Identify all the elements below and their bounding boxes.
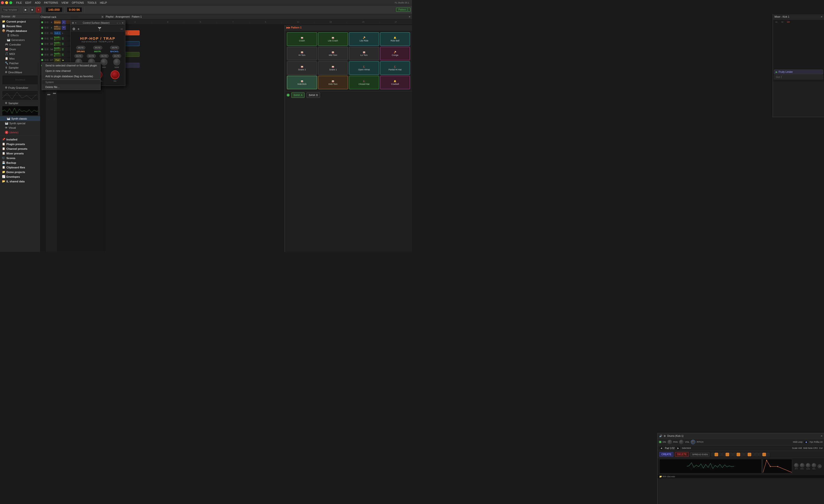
ch-name-sub1[interactable]: Sub 1 [54,31,61,35]
drum-pad-cowbell[interactable]: 🔔 Cowbell [380,76,410,89]
sidebar-item-sampler[interactable]: 🎙 Sampler [0,66,40,70]
ch-seq-add-drums[interactable]: ≡ [62,26,66,30]
menu-help[interactable]: HELP [98,1,108,5]
menu-edit[interactable]: EDIT [24,1,33,5]
cs-mute-backg[interactable]: MUTE [110,46,119,49]
ch-seq-drums[interactable]: ≡ [62,20,66,24]
ch-btn-6[interactable] [46,32,48,34]
ch-btn-15[interactable] [44,59,46,61]
sidebar-item-mixer-presets[interactable]: 📋 Mixer presets [0,151,40,156]
ch-btn-2[interactable] [46,21,48,23]
sidebar-item-misc[interactable]: 📋 Misc [0,56,40,61]
cs-knob-mid[interactable] [101,58,107,66]
sidebar-item-demo[interactable]: 📁 Demo projects [0,170,40,174]
sidebar-item-delete[interactable]: ✕ (delete) [0,130,40,135]
sidebar-item-plugin-presets[interactable]: 📋 Plugin presets [0,142,40,146]
ch-btn-3[interactable] [44,27,46,29]
pattern-select[interactable]: Pattern 1 [396,8,411,12]
ch-btn-16[interactable] [46,59,48,61]
ch-name-pad[interactable]: Pad [54,58,61,62]
record-button[interactable]: ● [36,7,41,12]
ctx-item-delete-file[interactable]: Delete file... [42,84,100,90]
stop-button[interactable]: ■ [29,7,35,12]
ch-btn-9[interactable] [44,43,46,45]
ch-btn-7[interactable] [44,37,46,39]
sidebar-item-clipboard[interactable]: 📋 Clipboard files [0,165,40,170]
cs-knob-sg[interactable] [111,71,119,79]
ch-name-add-drums[interactable]: Add. Drums [54,26,61,30]
sidebar-item-midi[interactable]: 🎵 MIDI [0,51,40,56]
sidebar-item-synth-special[interactable]: 🎹 Synth special [0,121,40,126]
drum-pad-conga[interactable]: 🪘 Conga [380,47,410,60]
strip-fader-2[interactable] [53,93,56,94]
cs-settings-icon[interactable]: ⚙ [72,27,76,31]
drum-pad-lo-tom[interactable]: 🥁 Lo Tom [349,47,379,60]
sidebar-item-current-project[interactable]: 📁 Current project [0,19,40,24]
strip-fader-1[interactable] [47,94,50,95]
drum-pad-crash[interactable]: 🥁 Crash [287,32,317,46]
channel-rack-close[interactable]: ✕ [101,15,104,19]
sidebar-item-scores[interactable]: 🎼 Scores [0,156,40,160]
ctx-item-send[interactable]: Send to selected channel or focused plug… [42,63,100,68]
drum-pad-lite-crash[interactable]: 🥁 Lite Crash [318,32,348,46]
bpm-display[interactable]: 140.000 [45,7,63,12]
sidebar-item-generators[interactable]: 🎹 Generators [0,37,40,42]
menu-tools[interactable]: TOOLS [86,1,98,5]
mixer-strip-1[interactable]: Mix [46,77,51,252]
drum-pad-partial-hihat[interactable]: 🎩 Partial Hi Hat [380,61,410,75]
ch-btn-5[interactable] [44,32,46,34]
sidebar-item-sampler2[interactable]: ⚙ Sampler [0,101,40,105]
sidebar-item-effects[interactable]: 🎛 Effects [0,33,40,37]
drum-pad-lite-ride[interactable]: 🪘 Lite Ride [349,32,379,46]
ch-btn-12[interactable] [46,48,48,50]
sidebar-item-backup[interactable]: 💾 Backup [0,160,40,165]
sidebar-item-drum[interactable]: 🥁 Drum [0,47,40,51]
minimize-button[interactable] [5,1,8,4]
close-button[interactable] [1,1,4,4]
ch-name-drums[interactable]: Drums [54,20,61,24]
drum-pad-snare1[interactable]: 🥁 Snare 1 [318,61,348,75]
ctx-item-add-plugin-db[interactable]: Add to plugin database (flag as favorite… [42,74,100,79]
sidebar-item-channel-presets[interactable]: 📋 Channel presets [0,146,40,151]
ch-name-synth2[interactable]: Synth 2 [54,42,61,46]
cs-mute-vocals[interactable]: MUTE [74,54,83,58]
arrow-icon[interactable]: → [116,22,118,24]
sidebar-item-recent-files[interactable]: 📄 Recent files [0,24,40,28]
ch-btn-8[interactable] [46,37,48,39]
ch-btn-14[interactable] [46,54,48,55]
cs-close-icon[interactable]: ✕ [122,22,124,24]
menu-add[interactable]: ADD [33,1,42,5]
ch-btn-13[interactable] [44,54,46,55]
bank-b-button[interactable]: BANK B [307,93,320,98]
menu-file[interactable]: FILE [15,1,23,5]
plus-icon[interactable]: + [75,22,77,24]
cs-arrow-right-icon[interactable]: → [120,27,123,31]
sidebar-item-envelopes[interactable]: 📈 Envelopes [0,174,40,179]
cs-mute-instr[interactable]: MUTE [93,46,102,49]
sidebar-item-patcher[interactable]: 🔧 Patcher [0,61,40,66]
cs-mute-mid[interactable]: MUTE [100,54,109,58]
drum-pad-closed-hat[interactable]: 🎩 Closed Hat [349,76,379,89]
cs-plus-btn[interactable]: + [78,27,80,31]
ch-btn-10[interactable] [46,43,48,45]
menu-view[interactable]: VIEW [60,1,70,5]
ch-name-synth3[interactable]: Synth 3 [54,47,61,51]
cs-knob-side[interactable] [113,58,120,66]
maximize-button[interactable] [9,1,12,4]
mixer-strip-2[interactable]: Mix [51,77,57,252]
ch-name-synth4[interactable]: Synth 4 [54,53,61,56]
sidebar-item-il-shared[interactable]: 📂 IL shared data [0,179,40,183]
ch-name-synth1[interactable]: Synth 1 [54,36,61,40]
drum-pad-mid-tom[interactable]: 🥁 Mid Tom [318,47,348,60]
drum-pad-ride-bell[interactable]: 🔔 Ride Bell [380,32,410,46]
ctx-item-open-channel[interactable]: Open in new channel [42,68,100,74]
sidebar-item-synth-classic[interactable]: 🎹 Synth classic [0,116,40,121]
sidebar-item-plugin-database[interactable]: 📦 Plugin database [0,28,40,33]
playlist-close[interactable]: ✕ [409,15,411,18]
ch-btn-4[interactable] [46,27,48,29]
drum-pad-hi-tom[interactable]: 🥁 Hi Tom [287,47,317,60]
menu-patterns[interactable]: PATTERNS [43,1,60,5]
ch-btn-1[interactable] [44,21,46,23]
sidebar-item-directwave[interactable]: ⚙ DirectWave [0,70,40,75]
sidebar-item-visual[interactable]: 👁 Visual [0,126,40,130]
